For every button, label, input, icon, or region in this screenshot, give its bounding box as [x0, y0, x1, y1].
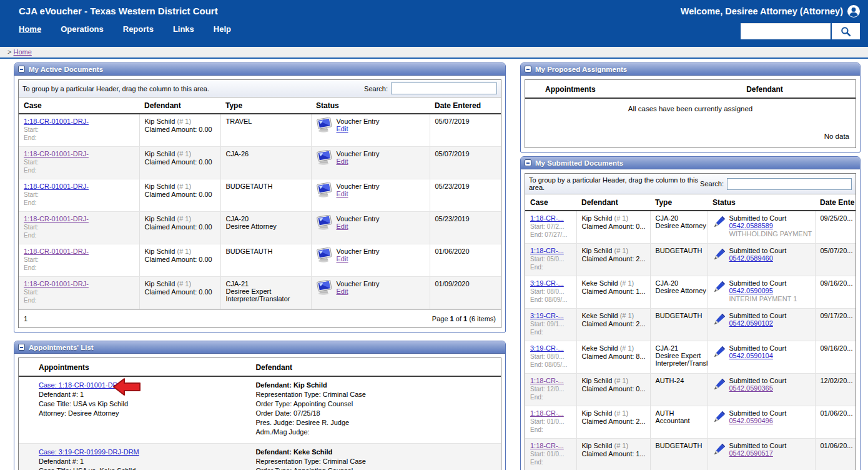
page-number-button[interactable]: 1 — [24, 315, 27, 322]
breadcrumb: > Home — [0, 47, 868, 59]
status-label: Submitted to Court — [729, 214, 812, 222]
date-entered: 09/16/20... — [815, 341, 856, 374]
collapse-icon[interactable] — [525, 159, 531, 166]
end-label: End: — [530, 329, 574, 336]
column-header-status[interactable]: Status — [311, 98, 430, 114]
nav-help[interactable]: Help — [214, 24, 231, 34]
case-link[interactable]: 3:19-CR-... — [530, 344, 564, 352]
column-header-type[interactable]: Type — [650, 194, 708, 211]
date-entered: 01/06/20... — [815, 406, 856, 439]
panel-title: My Submitted Documents — [535, 159, 623, 167]
edit-link[interactable]: Edit — [337, 255, 348, 262]
case-link[interactable]: 1:18-CR-01001-DRJ- — [24, 248, 89, 255]
breadcrumb-arrow: > — [7, 48, 11, 56]
panel-proposed-assignments: My Proposed Assignments Appointments Def… — [520, 62, 861, 152]
voucher-number-link[interactable]: 0542.0590517 — [729, 449, 773, 457]
status-label: Voucher Entry — [337, 280, 380, 288]
case-link[interactable]: 3:19-CR-... — [530, 279, 564, 287]
start-label: Start: — [24, 289, 137, 296]
column-header-case[interactable]: Case — [19, 98, 139, 114]
doc-type: AUTH-24 — [656, 377, 705, 384]
doc-type: CJA-21 — [656, 344, 705, 352]
adm-mag-judge: Adm./Mag Judge: — [255, 428, 498, 437]
table-row: 1:18-CR-... Start: 01/0... End: Kip Schi… — [525, 406, 856, 439]
case-link[interactable]: 1:18-CR-01001-DRJ- — [24, 280, 89, 288]
doc-type-line2: Desiree Attorney — [656, 222, 705, 229]
column-header-type[interactable]: Type — [220, 98, 311, 114]
appointment-case-link[interactable]: Case: 1:18-CR-01001-DRJ — [39, 381, 121, 389]
doc-type-line3: Interpreter/Translat... — [656, 359, 705, 367]
nav-links[interactable]: Links — [173, 24, 194, 34]
edit-link[interactable]: Edit — [337, 222, 348, 230]
case-title: Case Title: USA vs Kip Schild — [39, 399, 233, 409]
voucher-number-link[interactable]: 0542.0589460 — [729, 254, 773, 262]
case-link[interactable]: 1:18-CR-01001-DRJ- — [24, 215, 89, 222]
group-by-bar[interactable]: To group by a particular Header, drag th… — [19, 80, 501, 98]
pen-icon — [713, 248, 726, 261]
voucher-number-link[interactable]: 0542.0590496 — [729, 417, 773, 424]
end-label: End: — [24, 199, 137, 206]
edit-link[interactable]: Edit — [337, 158, 348, 165]
user-icon[interactable] — [847, 5, 860, 18]
nav-reports[interactable]: Reports — [123, 24, 154, 34]
case-link[interactable]: 1:18-CR-... — [530, 409, 564, 417]
date-entered: 01/09/2020 — [430, 277, 501, 309]
edit-link[interactable]: Edit — [337, 288, 348, 295]
collapse-icon[interactable] — [525, 66, 531, 72]
edit-link[interactable]: Edit — [337, 125, 348, 132]
panel-proposed-assignments-header: My Proposed Assignments — [521, 63, 860, 76]
case-link[interactable]: 1:18-CR-01001-DRJ- — [24, 182, 89, 190]
case-link[interactable]: 3:19-CR-... — [530, 312, 564, 319]
column-header-appointments: Appointments — [19, 358, 235, 376]
start-label: Start: — [24, 159, 137, 166]
column-header-defendant[interactable]: Defendant — [139, 98, 220, 114]
voucher-number-link[interactable]: 0542.0590095 — [729, 287, 773, 294]
case-link[interactable]: 1:18-CR-... — [530, 247, 564, 254]
collapse-icon[interactable] — [18, 66, 25, 72]
defendant-number: (# 1) — [177, 215, 191, 222]
column-header-case[interactable]: Case — [525, 194, 576, 211]
column-header-date[interactable]: Date Ente — [815, 194, 856, 211]
nav-home[interactable]: Home — [19, 24, 41, 34]
voucher-number-link[interactable]: 0542.0590365 — [729, 384, 773, 392]
claimed-amount: Claimed Amount: 8... — [582, 352, 648, 360]
defendant-name: Kip Schild — [145, 280, 175, 288]
case-link[interactable]: 1:18-CR-01001-DRJ- — [24, 150, 89, 158]
start-label: Start: — [24, 256, 137, 263]
submitted-documents-search-input[interactable] — [727, 178, 852, 190]
case-link[interactable]: 1:18-CR-... — [530, 442, 564, 449]
column-header-defendant[interactable]: Defendant — [576, 194, 650, 211]
case-link[interactable]: 1:18-CR-01001-DRJ- — [24, 118, 89, 125]
column-header-status[interactable]: Status — [708, 194, 815, 211]
voucher-number-link[interactable]: 0542.0588589 — [729, 222, 773, 229]
order-type: Order Type: Appointing Counsel — [255, 399, 498, 409]
active-documents-search-input[interactable] — [391, 82, 497, 94]
date-entered: 05/23/2019 — [430, 212, 501, 244]
status-label: Voucher Entry — [337, 248, 380, 255]
collapse-icon[interactable] — [18, 344, 25, 351]
start-label: Start: 08/0... — [530, 353, 574, 360]
table-row: 1:18-CR-... Start: 12/0... End: Kip Schi… — [525, 374, 856, 406]
voucher-entry-icon — [317, 248, 333, 262]
defendant-number: (# 1) — [177, 248, 191, 255]
case-link[interactable]: 1:18-CR-... — [530, 377, 564, 384]
order-date: Order Date: 07/25/18 — [255, 409, 498, 418]
end-label: End: 07/27/... — [530, 231, 574, 238]
column-header-date[interactable]: Date Entered — [430, 98, 501, 114]
date-entered: 01/06/2020 — [430, 244, 501, 277]
empty-message: All cases have been currently assigned — [525, 99, 856, 112]
voucher-number-link[interactable]: 0542.0590102 — [729, 319, 773, 327]
voucher-entry-icon — [317, 150, 333, 165]
group-by-bar[interactable]: To group by a particular Header, drag th… — [525, 174, 856, 194]
nav-operations[interactable]: Operations — [61, 24, 104, 34]
claimed-amount: Claimed Amount: 1... — [582, 288, 648, 295]
global-search-button[interactable] — [832, 23, 860, 39]
doc-type: AUTH — [656, 409, 705, 417]
voucher-number-link[interactable]: 0542.0590104 — [729, 352, 773, 359]
appointment-case-link[interactable]: Case: 3:19-CR-01999-DRJ-DRM — [39, 448, 139, 456]
edit-link[interactable]: Edit — [337, 190, 348, 198]
breadcrumb-home-link[interactable]: Home — [14, 48, 32, 56]
global-search-input[interactable] — [741, 23, 831, 39]
end-label: End: 08/05/... — [530, 361, 574, 368]
case-link[interactable]: 1:18-CR-... — [530, 214, 564, 222]
